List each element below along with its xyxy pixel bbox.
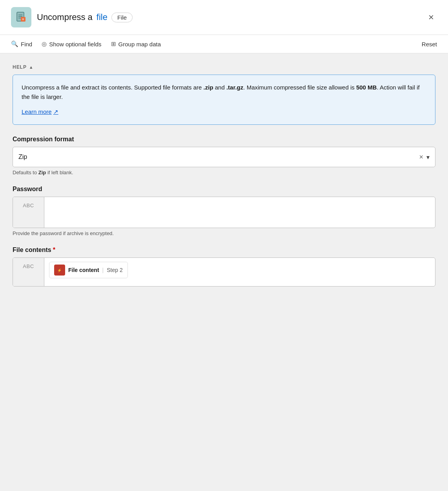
eye-icon: ◎ — [42, 40, 47, 47]
svg-text:≡: ≡ — [22, 17, 24, 21]
file-badge: File — [111, 13, 133, 22]
select-clear-button[interactable]: × — [419, 153, 423, 161]
reset-button[interactable]: Reset — [422, 41, 437, 47]
compression-format-select[interactable]: Zip × ▾ — [13, 147, 435, 167]
find-button[interactable]: 🔍 Find — [11, 39, 32, 49]
password-input-wrapper: ABC — [13, 197, 435, 228]
compression-format-section: Compression format Zip × ▾ Defaults to Z… — [13, 136, 435, 175]
password-prefix: ABC — [13, 197, 44, 228]
toolbar: 🔍 Find ◎ Show optional fields ⊞ Group ma… — [0, 35, 448, 53]
svg-text:⚡: ⚡ — [57, 268, 62, 273]
search-icon: 🔍 — [11, 40, 18, 47]
learn-more-link[interactable]: Learn more ↗ — [22, 107, 58, 117]
external-link-icon: ↗ — [53, 107, 58, 117]
required-indicator: * — [53, 246, 55, 253]
modal-container: ≡ Uncompress a file File × 🔍 Find ◎ Show… — [0, 0, 448, 491]
select-dropdown-button[interactable]: ▾ — [426, 153, 430, 161]
chip-icon: ⚡ — [54, 265, 65, 276]
password-input[interactable] — [44, 197, 435, 228]
chip-divider: | — [102, 267, 104, 273]
chip-text: File content — [68, 267, 99, 273]
file-contents-section: File contents* ABC ⚡ File content | — [13, 246, 435, 287]
password-hint: Provide the password if archive is encry… — [13, 230, 435, 236]
file-contents-label: File contents* — [13, 246, 435, 254]
modal-body: HELP ▲ Uncompress a file and extract its… — [0, 53, 448, 491]
file-contents-prefix: ABC — [13, 258, 44, 286]
modal-title: Uncompress a file File — [37, 12, 425, 22]
password-label: Password — [13, 186, 435, 193]
chip-step: Step 2 — [107, 267, 122, 273]
compression-format-hint: Defaults to Zip if left blank. — [13, 170, 435, 175]
help-box: Uncompress a file and extract its conten… — [13, 75, 435, 125]
show-optional-button[interactable]: ◎ Show optional fields — [42, 39, 101, 49]
file-content-chip: ⚡ File content | Step 2 — [49, 262, 128, 278]
file-contents-input-wrapper: ABC ⚡ File content | Step 2 — [13, 257, 435, 287]
group-map-button[interactable]: ⊞ Group map data — [111, 39, 161, 49]
file-contents-chip-area[interactable]: ⚡ File content | Step 2 — [44, 258, 435, 286]
close-button[interactable]: × — [425, 10, 437, 24]
help-section: HELP ▲ Uncompress a file and extract its… — [13, 64, 435, 125]
file-link[interactable]: file — [97, 12, 107, 22]
action-icon: ≡ — [11, 7, 31, 27]
compression-format-label: Compression format — [13, 136, 435, 143]
chevron-up-icon: ▲ — [29, 65, 34, 69]
group-icon: ⊞ — [111, 40, 116, 47]
select-value: Zip — [18, 153, 419, 161]
modal-header: ≡ Uncompress a file File × — [0, 0, 448, 35]
password-section: Password ABC Provide the password if arc… — [13, 186, 435, 236]
help-description: Uncompress a file and extract its conten… — [22, 83, 426, 102]
help-label: HELP ▲ — [13, 64, 435, 70]
